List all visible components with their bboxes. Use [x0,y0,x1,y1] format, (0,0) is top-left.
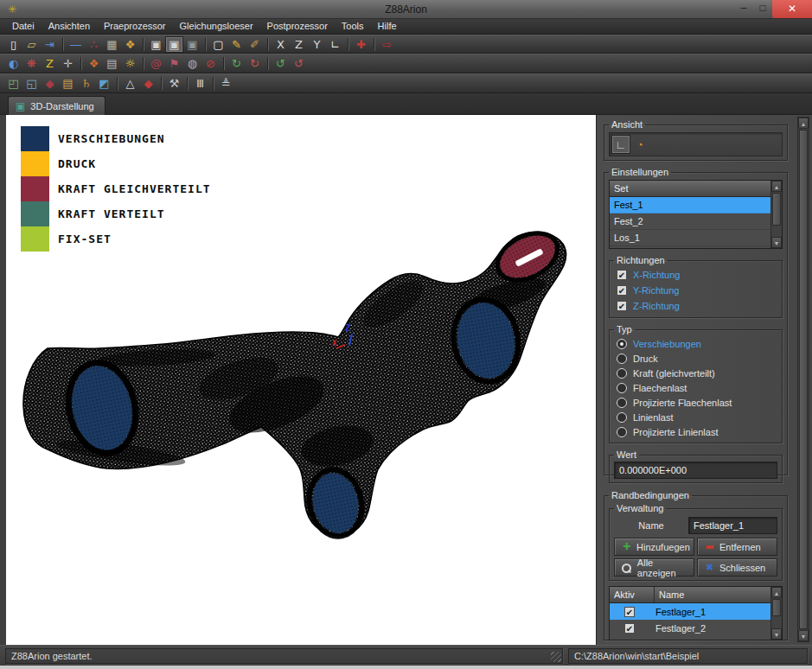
menu-item[interactable]: Praeprozessor [97,19,173,34]
typ-option[interactable]: Linienlast [614,410,777,424]
rotate-view-button[interactable]: ◔ [630,135,649,154]
menu-item[interactable]: Tools [335,19,371,34]
open-folder-icon[interactable]: ▱ [22,36,41,53]
panel-scrollbar[interactable]: ▲ ▼ [797,117,809,642]
save-stl-icon[interactable]: ◱ [22,75,41,92]
calculator-icon[interactable]: ▦ [103,36,121,53]
scroll-down-button[interactable]: ▼ [771,237,782,248]
rotate-ccw-plus-icon[interactable]: ↺ [272,55,290,72]
new-file-icon[interactable]: ▯ [4,36,22,53]
typ-option[interactable]: Druck [614,351,777,366]
radio-button[interactable] [617,398,627,408]
richtung-checkbox-row[interactable]: ✔ X-Richtung [614,267,777,283]
reset-view-button[interactable]: ∟ [611,135,630,154]
clear-icon[interactable]: ✐ [246,36,264,53]
wert-input[interactable] [614,462,777,479]
radio-button[interactable] [617,412,627,423]
show-all-button[interactable]: Alle anzeigen [614,558,694,577]
typ-option[interactable]: Flaechenlast [614,380,777,395]
menu-item[interactable]: Postprozessor [260,19,335,34]
checkbox[interactable]: ✔ [617,285,627,296]
radio-button[interactable] [617,383,627,393]
table-row[interactable]: ✔ Festlager_2 [610,620,770,636]
checkbox[interactable]: ✔ [617,270,627,280]
set-list-item[interactable]: Fest_1 [610,197,770,213]
iso-view-icon[interactable]: ∟ [326,36,344,53]
menu-item[interactable]: Datei [5,19,42,34]
set-list-item[interactable]: Los_1 [610,230,770,246]
pillars-icon[interactable]: Ⅲ [191,75,209,92]
x-view-icon[interactable]: X [272,36,290,53]
solid-view-icon[interactable]: ▣ [147,36,165,53]
part-icon[interactable]: ◆ [41,75,59,92]
rotate-ccw-minus-icon[interactable]: ↺ [290,55,308,72]
edit-doc-icon[interactable]: ▤ [103,55,121,72]
scroll-up-button[interactable]: ▲ [798,118,809,129]
tab-3d-darstellung[interactable]: ▣ 3D-Darstellung [8,96,105,115]
resize-grip[interactable] [551,652,561,662]
scroll-up-button[interactable]: ▲ [771,181,782,192]
menu-item[interactable]: Hilfe [371,19,404,34]
set-list-item[interactable]: Fest_2 [610,213,770,230]
scroll-thumb[interactable] [772,193,781,226]
scroll-down-button[interactable]: ▼ [771,628,782,640]
saturn-icon[interactable]: ♄ [77,75,95,92]
radio-button[interactable] [617,354,627,364]
table-row[interactable]: ✔ [610,636,770,640]
close-button[interactable]: ✕ [772,0,812,18]
scroll-up-button[interactable]: ▲ [771,587,782,598]
name-input[interactable] [688,517,777,534]
line-tool-icon[interactable]: ― [67,36,85,53]
color-picker-icon[interactable]: ❖ [121,36,139,53]
import-icon[interactable]: ⇥ [41,36,59,53]
richtung-checkbox-row[interactable]: ✔ Y-Richtung [614,283,777,298]
rotate-cw-minus-icon[interactable]: ↻ [246,55,264,72]
menu-item[interactable]: Gleichungsloeser [173,19,260,34]
aktiv-checkbox[interactable]: ✔ [624,607,635,617]
fill-icon[interactable]: ◍ [183,55,201,72]
scroll-down-button[interactable]: ▼ [798,630,809,641]
scroll-thumb[interactable] [799,130,808,629]
z-label-icon[interactable]: Z [41,55,59,72]
tetrahedron-icon[interactable]: △ [121,75,139,92]
typ-option[interactable]: Kraft (gleichverteilt) [614,366,777,380]
aktiv-checkbox[interactable]: ✔ [624,640,635,641]
disable-icon[interactable]: ⊘ [201,55,220,72]
z-view-icon[interactable]: Z [290,36,308,53]
y-view-icon[interactable]: Y [308,36,326,53]
hidden-line-view-icon[interactable]: ▣ [183,36,201,53]
axes-toggle-icon[interactable]: ❋ [22,55,41,72]
remove-button[interactable]: ▬ Entfernen [697,538,777,556]
minimize-button[interactable]: – [734,0,753,18]
color-mode-icon[interactable]: ❖ [85,55,103,72]
set-list-scrollbar[interactable]: ▲ ▼ [770,181,782,248]
typ-option[interactable]: Projizierte Linienlast [614,424,777,439]
exit-icon[interactable]: ⇨ [378,36,396,53]
pan-icon[interactable]: ✛ [59,55,77,72]
rotate-cw-plus-icon[interactable]: ↻ [227,55,246,72]
richtung-checkbox-row[interactable]: ✔ Z-Richtung [614,298,777,314]
table-scrollbar[interactable]: ▲ ▼ [770,587,782,640]
pencil-icon[interactable]: ✎ [227,36,246,53]
tools-icon[interactable]: ⚒ [165,75,183,92]
checkbox[interactable]: ✔ [617,301,627,311]
mesh-view-icon[interactable]: ▣ [165,36,183,53]
scroll-thumb[interactable] [772,599,781,616]
shade-icon[interactable]: ◐ [4,55,22,72]
aktiv-checkbox[interactable]: ✔ [624,623,635,634]
surface-view-icon[interactable]: ▢ [209,36,227,53]
maximize-button[interactable]: □ [753,0,772,18]
save-project-icon[interactable]: ◰ [4,75,22,92]
viewport-3d[interactable]: Z X VERSCHIEBUNGEN DRUCK [6,115,596,645]
table-row[interactable]: ✔ Festlager_1 [610,603,770,620]
z88-icon[interactable]: ◩ [95,75,113,92]
ladder-icon[interactable]: ▤ [59,75,77,92]
radio-button[interactable] [617,368,627,379]
typ-option[interactable]: Verschiebungen [614,336,777,351]
labels-icon[interactable]: @ [147,55,165,72]
radio-button[interactable] [617,427,627,437]
menu-item[interactable]: Ansichten [42,19,97,34]
support-icon[interactable]: ≜ [217,75,235,92]
light-icon[interactable]: ☼ [121,55,139,72]
pick-flag-icon[interactable]: ⚑ [165,55,183,72]
